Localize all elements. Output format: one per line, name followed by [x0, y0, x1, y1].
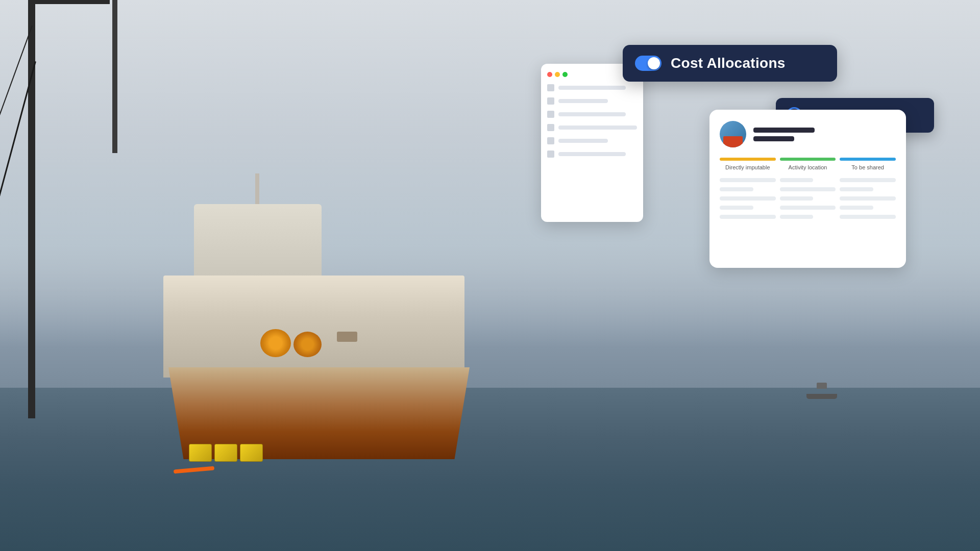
column-directly-imputable: Directly imputable — [720, 158, 776, 171]
tower-vertical-beam-2 — [112, 0, 117, 153]
table-row — [720, 196, 896, 201]
main-data-card: Directly imputable Activity location To … — [709, 110, 906, 268]
list-card — [541, 64, 643, 222]
list-text — [558, 152, 626, 156]
ship-equipment — [255, 316, 357, 357]
list-icon — [547, 97, 554, 105]
reel-1 — [260, 329, 291, 357]
data-rows — [720, 178, 896, 219]
close-dot — [547, 72, 552, 77]
small-ship-structure — [817, 383, 827, 389]
list-item — [547, 84, 637, 91]
column-label-directly-imputable: Directly imputable — [725, 164, 770, 171]
column-headers: Directly imputable Activity location To … — [720, 158, 896, 171]
data-cell — [720, 206, 753, 210]
list-icon — [547, 151, 554, 158]
list-icon — [547, 137, 554, 144]
column-bar-green — [780, 158, 836, 161]
column-activity-location: Activity location — [780, 158, 836, 171]
table-row — [720, 206, 896, 210]
data-cell — [720, 196, 776, 201]
table-row — [720, 215, 896, 219]
column-to-be-shared: To be shared — [840, 158, 896, 171]
list-icon — [547, 84, 554, 91]
avatar-ship-image — [723, 136, 743, 147]
container-1 — [189, 444, 212, 462]
list-item — [547, 111, 637, 118]
list-item — [547, 97, 637, 105]
list-text — [558, 86, 626, 90]
data-cell — [840, 196, 896, 201]
cost-allocations-title: Cost Allocations — [671, 55, 786, 71]
list-item — [547, 151, 637, 158]
table-row — [720, 187, 896, 191]
cost-allocations-toggle[interactable] — [635, 56, 662, 71]
data-cell — [780, 206, 836, 210]
avatar — [720, 121, 746, 147]
reel-2 — [293, 332, 322, 357]
container-3 — [240, 444, 263, 462]
column-bar-blue — [840, 158, 896, 161]
small-ship — [806, 383, 837, 393]
list-icon — [547, 111, 554, 118]
data-cell — [720, 178, 776, 182]
maximize-dot — [562, 72, 568, 77]
header-line-1 — [753, 128, 815, 133]
container-2 — [214, 444, 237, 462]
cost-allocations-card: Cost Allocations — [623, 45, 837, 82]
column-bar-yellow — [720, 158, 776, 161]
data-cell — [780, 187, 836, 191]
data-cell — [840, 206, 873, 210]
data-cell — [840, 178, 896, 182]
header-text-lines — [753, 128, 815, 141]
yellow-containers — [189, 444, 263, 462]
table-row — [720, 178, 896, 182]
data-cell — [840, 187, 873, 191]
tower-cross-beam — [28, 0, 110, 4]
data-cell — [840, 215, 896, 219]
pipe — [337, 332, 357, 342]
column-label-to-be-shared: To be shared — [851, 164, 884, 171]
ship-superstructure — [194, 204, 322, 286]
data-cell — [780, 178, 814, 182]
small-ship-hull — [806, 394, 837, 399]
data-cell — [780, 215, 814, 219]
card-header — [720, 121, 896, 147]
data-cell — [780, 196, 814, 201]
column-label-activity-location: Activity location — [789, 164, 827, 171]
toggle-knob — [648, 57, 660, 69]
list-text — [558, 126, 637, 130]
list-text — [558, 99, 608, 103]
tower-structure — [0, 0, 153, 418]
list-icon — [547, 124, 554, 131]
list-text — [558, 112, 626, 116]
ship — [153, 204, 470, 459]
list-item — [547, 124, 637, 131]
data-cell — [720, 187, 753, 191]
list-text — [558, 139, 608, 143]
header-line-2 — [753, 136, 794, 141]
list-item — [547, 137, 637, 144]
minimize-dot — [555, 72, 560, 77]
data-cell — [720, 215, 776, 219]
